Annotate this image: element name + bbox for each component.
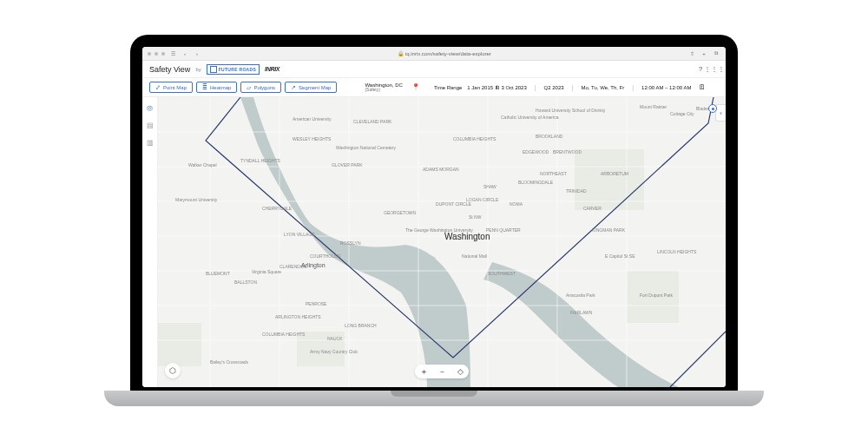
laptop-frame: ☰ ‹ › 🔒 iq.inrix.com/safety-view/data-ex… (130, 35, 738, 417)
view-mode-label: Polygons (253, 85, 275, 90)
view-mode-polygons[interactable]: ▱Polygons (240, 82, 281, 93)
apps-grid-icon[interactable]: ⋮⋮⋮ (710, 65, 719, 74)
screen-bezel: ☰ ‹ › 🔒 iq.inrix.com/safety-view/data-ex… (130, 35, 738, 391)
page-title: Safety View (149, 65, 190, 74)
date-range[interactable]: 1 Jan 2015 🗓 3 Oct 2023 (467, 85, 526, 90)
zoom-in-button[interactable]: ＋ (417, 366, 431, 378)
view-mode-label: Heatmap (210, 85, 231, 90)
view-mode-point-map[interactable]: ⤢Point Map (149, 82, 193, 93)
view-mode-label: Segment Map (299, 85, 331, 90)
chart-icon[interactable]: ▥ (145, 137, 155, 148)
svg-rect-1 (575, 149, 644, 210)
address-bar[interactable]: 🔒 iq.inrix.com/safety-view/data-explorer (205, 50, 684, 56)
filter-icon[interactable]: ▤ (145, 120, 155, 130)
days-selector[interactable]: Mo, Tu, We, Th, Fr (581, 85, 624, 90)
location-selector[interactable]: Washington, DC (Safety) (365, 82, 402, 92)
layers-icon[interactable]: ⬡ (165, 363, 181, 378)
svg-rect-2 (627, 271, 679, 323)
view-mode-label: Point Map (163, 85, 187, 90)
tabs-icon[interactable]: ⧉ (712, 49, 720, 58)
main-area: ◎ ▤ ▥ (142, 97, 726, 387)
left-rail: ◎ ▤ ▥ (142, 97, 158, 387)
back-icon[interactable]: ‹ (181, 49, 189, 58)
quarter-selector[interactable]: Q2 2023 (544, 85, 564, 90)
segment-map-icon: ↗ (291, 84, 296, 90)
time-range-label: Time Range (434, 85, 462, 90)
brand-future-roads: FUTURE ROADS (207, 64, 260, 75)
window-dot (155, 52, 158, 56)
brand-inrix: INRIX (265, 66, 279, 72)
laptop-base (104, 391, 764, 406)
url-text: iq.inrix.com/safety-view/data-explorer (405, 51, 491, 56)
sidebar-toggle-icon[interactable]: ☰ (168, 49, 177, 58)
by-label: by (195, 67, 201, 72)
map-svg (158, 97, 726, 387)
svg-rect-3 (297, 332, 345, 366)
zoom-control: ＋ － ◇ (415, 365, 469, 378)
svg-rect-4 (158, 323, 201, 366)
view-mode-heatmap[interactable]: ≣Heatmap (196, 82, 237, 93)
target-icon[interactable]: ◎ (145, 102, 155, 113)
location-pin-icon[interactable]: 📍 (411, 83, 420, 91)
window-dot (161, 52, 165, 56)
point-map-icon: ⤢ (155, 84, 161, 90)
window-dot (148, 52, 151, 56)
zoom-reset-button[interactable]: ◇ (454, 367, 467, 376)
view-mode-group: ⤢Point Map≣Heatmap▱Polygons↗Segment Map (149, 82, 337, 93)
calendar-icon: 🗓 (495, 85, 500, 90)
zoom-out-button[interactable]: － (435, 366, 450, 378)
new-tab-icon[interactable]: + (700, 49, 708, 58)
screen: ☰ ‹ › 🔒 iq.inrix.com/safety-view/data-ex… (142, 47, 726, 387)
browser-chrome: ☰ ‹ › 🔒 iq.inrix.com/safety-view/data-ex… (142, 47, 726, 61)
map-canvas[interactable]: Cottage CityBladensburgMount RainierGEOR… (158, 97, 726, 387)
recenter-icon[interactable] (708, 104, 717, 113)
view-mode-segment-map[interactable]: ↗Segment Map (285, 82, 337, 93)
hours-selector[interactable]: 12:00 AM – 12:00 AM (641, 85, 691, 90)
heatmap-icon: ≣ (202, 84, 207, 90)
calendar-icon[interactable]: 🗓 (699, 83, 706, 91)
share-icon[interactable]: ⇧ (687, 49, 696, 58)
polygons-icon: ▱ (247, 84, 251, 90)
forward-icon[interactable]: › (193, 49, 201, 58)
app-header: Safety View by FUTURE ROADS INRIX ? ⋮⋮⋮ (142, 61, 726, 78)
toolbar: ⤢Point Map≣Heatmap▱Polygons↗Segment Map … (142, 78, 726, 97)
location-sub: (Safety) (365, 88, 402, 92)
lock-icon: 🔒 (398, 51, 404, 56)
